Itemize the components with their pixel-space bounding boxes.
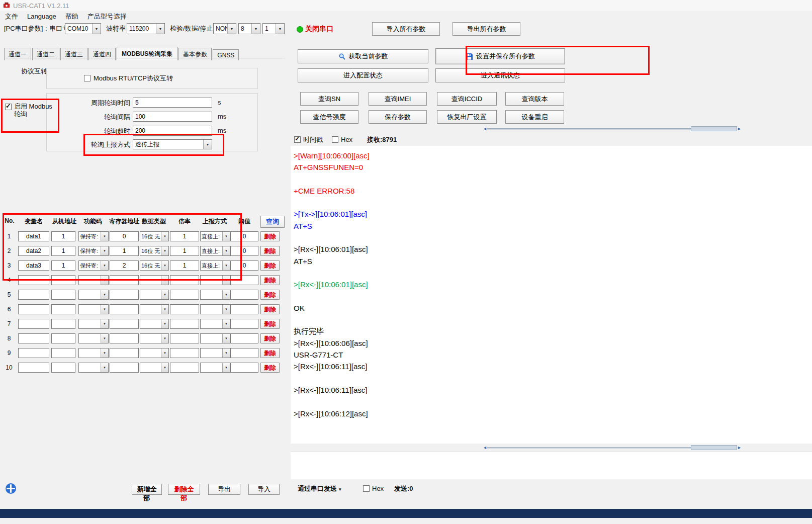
function-code-select[interactable]: ▼ [78,363,109,373]
report-mode-select[interactable]: ▼ [200,319,230,329]
variable-name-input[interactable] [18,246,49,256]
threshold-input[interactable] [230,363,258,373]
chevron-down-icon[interactable]: ▼ [161,363,168,372]
chevron-down-icon[interactable]: ▼ [222,348,230,358]
register-address-input[interactable] [110,290,139,300]
delete-row-button[interactable]: 删除 [260,319,280,329]
add-row-icon[interactable] [5,483,17,494]
send-input-area[interactable] [291,452,812,479]
report-mode-select[interactable]: 直接上:▼ [200,260,230,271]
variable-name-input[interactable] [18,363,49,373]
delete-all-button[interactable]: 删除全部 [168,484,200,495]
chevron-down-icon[interactable]: ▼ [222,363,230,372]
register-address-input[interactable] [110,260,139,271]
chevron-down-icon[interactable]: ▼ [222,276,230,285]
chevron-down-icon[interactable]: ▼ [101,334,108,343]
query-button-5[interactable]: 查信号强度 [300,110,358,124]
report-mode-select[interactable]: ▼ [200,363,230,373]
variable-name-input[interactable] [18,260,49,271]
data-type-select[interactable]: ▼ [140,304,169,314]
chevron-down-icon[interactable]: ▼ [222,290,230,299]
threshold-input[interactable] [230,290,258,300]
ratio-input[interactable] [170,275,199,285]
delete-row-button[interactable]: 删除 [260,348,280,358]
register-address-input[interactable] [110,363,139,373]
data-type-select[interactable]: 16位 无▼ [140,246,169,256]
tab-通道三[interactable]: 通道三 [60,48,87,60]
chevron-down-icon[interactable]: ▼ [101,348,108,358]
threshold-input[interactable] [230,304,258,314]
ratio-input[interactable] [170,333,199,343]
chevron-down-icon[interactable]: ▼ [222,246,230,255]
chevron-down-icon[interactable]: ▼ [222,305,230,314]
function-code-select[interactable]: ▼ [78,333,109,343]
horizontal-scrollbar-top[interactable]: ◄ ► [483,126,742,132]
import-table-button[interactable]: 导入 [248,484,280,495]
register-address-input[interactable] [110,304,139,314]
query-button-7[interactable]: 恢复出厂设置 [437,110,497,124]
chevron-down-icon[interactable]: ▼ [101,246,108,255]
chevron-down-icon[interactable]: ▼ [203,140,212,149]
chevron-down-icon[interactable]: ▼ [101,232,108,241]
query-table-button[interactable]: 查询 [260,216,285,228]
variable-name-input[interactable] [18,275,49,285]
slave-address-input[interactable] [51,246,75,256]
variable-name-input[interactable] [18,231,49,241]
data-type-select[interactable]: ▼ [140,333,169,343]
threshold-input[interactable] [230,348,258,358]
ratio-input[interactable] [170,319,199,329]
function-code-select[interactable]: ▼ [78,290,109,300]
chevron-down-icon[interactable]: ▼ [222,261,230,270]
chevron-down-icon[interactable]: ▼ [156,24,164,34]
menu-product-select[interactable]: 产品型号选择 [87,12,127,21]
data-type-select[interactable]: ▼ [140,348,169,358]
variable-name-input[interactable] [18,348,49,358]
threshold-input[interactable] [230,231,258,241]
chevron-down-icon[interactable]: ▼ [161,290,168,299]
poll-timeout-input[interactable] [133,126,212,136]
chevron-down-icon[interactable]: ▼ [161,319,168,328]
threshold-input[interactable] [230,260,258,271]
scroll-left-icon[interactable]: ◄ [483,126,487,132]
data-type-select[interactable]: ▼ [140,363,169,373]
menu-help[interactable]: 帮助 [65,12,78,21]
chevron-down-icon[interactable]: ▼ [276,24,284,34]
chevron-down-icon[interactable]: ▼ [101,319,108,328]
com-port-select[interactable]: COM10▼ [65,23,101,34]
slave-address-input[interactable] [51,231,75,241]
scroll-left-icon[interactable]: ◄ [483,445,487,451]
ratio-input[interactable] [170,246,199,256]
chevron-down-icon[interactable]: ▼ [161,334,168,343]
chevron-down-icon[interactable]: ▼ [227,24,236,34]
scroll-right-icon[interactable]: ► [737,126,742,132]
baud-select[interactable]: 115200▼ [127,23,165,34]
tab-通道二[interactable]: 通道二 [32,48,59,60]
data-type-select[interactable]: ▼ [140,319,169,329]
send-via-serial-menu[interactable]: 通过串口发送▾ [298,483,341,495]
variable-name-input[interactable] [18,304,49,314]
chevron-down-icon[interactable]: ▼ [222,232,230,241]
chevron-down-icon[interactable]: ▼ [161,261,168,270]
set-save-all-params-button[interactable]: 设置并保存所有参数 [435,48,565,64]
export-table-button[interactable]: 导出 [208,484,240,495]
ratio-input[interactable] [170,231,199,241]
variable-name-input[interactable] [18,319,49,329]
function-code-select[interactable]: ▼ [78,275,109,285]
threshold-input[interactable] [230,246,258,256]
threshold-input[interactable] [230,333,258,343]
slave-address-input[interactable] [51,290,75,300]
menu-language[interactable]: Language [27,13,56,20]
stopbits-select[interactable]: 1▼ [262,23,285,34]
databits-select[interactable]: 8▼ [238,23,260,34]
register-address-input[interactable] [110,246,139,256]
function-code-select[interactable]: 保持寄:▼ [78,260,109,271]
ratio-input[interactable] [170,348,199,358]
chevron-down-icon[interactable]: ▼ [161,348,168,358]
modbus-rtu-tcp-checkbox[interactable] [84,75,91,81]
delete-row-button[interactable]: 删除 [260,246,280,256]
register-address-input[interactable] [110,275,139,285]
delete-row-button[interactable]: 删除 [260,260,280,271]
chevron-down-icon[interactable]: ▼ [101,363,108,372]
chevron-down-icon[interactable]: ▼ [101,290,108,299]
report-mode-select[interactable]: 直接上:▼ [200,246,230,256]
